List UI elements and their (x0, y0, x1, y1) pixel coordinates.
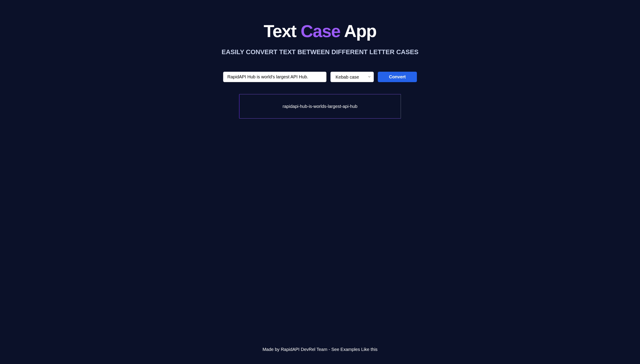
convert-button[interactable]: Convert (378, 72, 417, 82)
footer-prefix: Made by (263, 347, 281, 352)
case-select[interactable]: Kebab case (330, 72, 374, 82)
case-select-wrapper: Kebab case (330, 72, 374, 82)
footer-text: Made by RapidAPI DevRel Team - See Examp… (0, 347, 640, 352)
app-title: Text Case App (264, 21, 376, 41)
result-text: rapidapi-hub-is-worlds-largest-api-hub (283, 104, 358, 109)
title-text-2: App (340, 21, 376, 41)
app-subtitle: EASILY CONVERT TEXT BETWEEN DIFFERENT LE… (222, 48, 418, 56)
text-input[interactable] (223, 72, 326, 82)
title-text-1: Text (264, 21, 300, 41)
title-highlight: Case (301, 21, 340, 41)
result-box: rapidapi-hub-is-worlds-largest-api-hub (239, 94, 401, 118)
footer-maker-link[interactable]: RapidAPI DevRel Team (281, 347, 327, 352)
footer: Made by RapidAPI DevRel Team - See Examp… (0, 347, 640, 352)
footer-separator: - (327, 347, 331, 352)
conversion-form: Kebab case Convert (223, 72, 417, 82)
footer-examples-link[interactable]: See Examples Like this (331, 347, 377, 352)
